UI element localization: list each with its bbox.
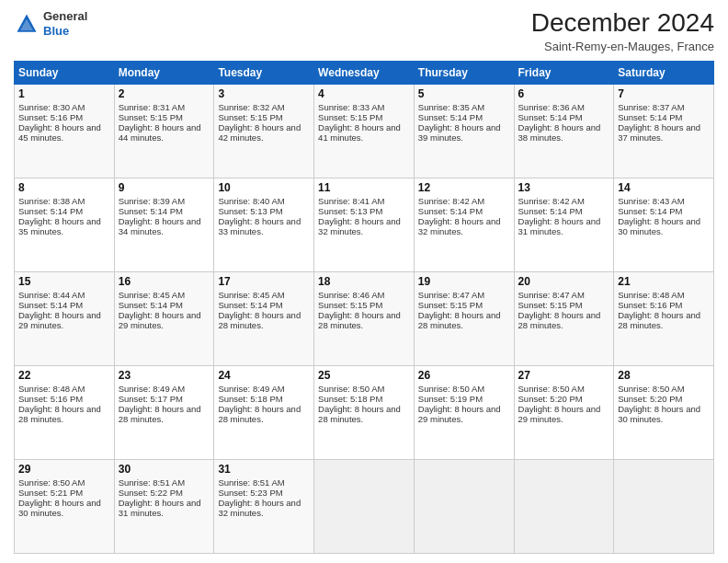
calendar-cell: 2 Sunrise: 8:31 AM Sunset: 5:15 PM Dayli… <box>114 84 214 178</box>
sunrise: Sunrise: 8:41 AM <box>318 196 384 206</box>
sunset: Sunset: 5:18 PM <box>218 394 282 404</box>
calendar-cell: 26 Sunrise: 8:50 AM Sunset: 5:19 PM Dayl… <box>414 365 514 459</box>
sunset: Sunset: 5:14 PM <box>518 112 583 122</box>
sunset: Sunset: 5:13 PM <box>318 206 382 216</box>
day-number: 8 <box>18 181 110 194</box>
sunrise: Sunrise: 8:50 AM <box>418 384 484 394</box>
calendar-cell: 15 Sunrise: 8:44 AM Sunset: 5:14 PM Dayl… <box>15 271 115 365</box>
daylight: Daylight: 8 hours and 28 minutes. <box>418 310 501 330</box>
sunrise: Sunrise: 8:33 AM <box>318 102 384 112</box>
calendar-cell: 31 Sunrise: 8:51 AM Sunset: 5:23 PM Dayl… <box>214 459 314 553</box>
daylight: Daylight: 8 hours and 28 minutes. <box>618 310 700 330</box>
sunset: Sunset: 5:15 PM <box>119 112 183 122</box>
header-monday: Monday <box>114 61 214 84</box>
calendar-cell: 12 Sunrise: 8:42 AM Sunset: 5:14 PM Dayl… <box>414 178 514 271</box>
calendar-week-row: 1 Sunrise: 8:30 AM Sunset: 5:16 PM Dayli… <box>15 84 714 178</box>
sunset: Sunset: 5:14 PM <box>518 206 583 216</box>
sunrise: Sunrise: 8:40 AM <box>218 196 284 206</box>
logo-text: General Blue <box>43 9 87 38</box>
calendar-cell: 17 Sunrise: 8:45 AM Sunset: 5:14 PM Dayl… <box>214 271 314 365</box>
calendar-cell: 4 Sunrise: 8:33 AM Sunset: 5:15 PM Dayli… <box>314 84 415 178</box>
sunset: Sunset: 5:22 PM <box>119 488 183 498</box>
sunset: Sunset: 5:17 PM <box>119 394 183 404</box>
logo-general-text: General <box>43 9 87 23</box>
sunset: Sunset: 5:21 PM <box>18 488 83 498</box>
calendar-cell: 27 Sunrise: 8:50 AM Sunset: 5:20 PM Dayl… <box>514 365 614 459</box>
day-header-row: Sunday Monday Tuesday Wednesday Thursday… <box>15 61 714 84</box>
daylight: Daylight: 8 hours and 29 minutes. <box>119 310 201 330</box>
sunrise: Sunrise: 8:47 AM <box>418 290 484 300</box>
sunrise: Sunrise: 8:42 AM <box>418 196 484 206</box>
logo: General Blue <box>14 9 87 38</box>
day-number: 22 <box>18 369 110 382</box>
sunrise: Sunrise: 8:38 AM <box>18 196 85 206</box>
calendar-cell: 16 Sunrise: 8:45 AM Sunset: 5:14 PM Dayl… <box>114 271 214 365</box>
sunset: Sunset: 5:14 PM <box>119 300 183 310</box>
day-number: 25 <box>318 369 410 382</box>
calendar-cell: 11 Sunrise: 8:41 AM Sunset: 5:13 PM Dayl… <box>314 178 415 271</box>
sunrise: Sunrise: 8:43 AM <box>618 196 684 206</box>
day-number: 24 <box>218 369 310 382</box>
sunset: Sunset: 5:14 PM <box>618 206 682 216</box>
daylight: Daylight: 8 hours and 32 minutes. <box>318 216 401 236</box>
daylight: Daylight: 8 hours and 31 minutes. <box>518 216 601 236</box>
calendar-week-row: 22 Sunrise: 8:48 AM Sunset: 5:16 PM Dayl… <box>15 365 714 459</box>
header-sunday: Sunday <box>15 61 115 84</box>
daylight: Daylight: 8 hours and 28 minutes. <box>18 404 101 424</box>
daylight: Daylight: 8 hours and 30 minutes. <box>618 404 700 424</box>
day-number: 18 <box>318 275 410 288</box>
sunset: Sunset: 5:15 PM <box>318 300 382 310</box>
sunrise: Sunrise: 8:45 AM <box>119 290 185 300</box>
header: General Blue December 2024 Saint-Remy-en… <box>14 9 714 53</box>
header-saturday: Saturday <box>614 61 714 84</box>
daylight: Daylight: 8 hours and 33 minutes. <box>218 216 301 236</box>
daylight: Daylight: 8 hours and 41 minutes. <box>318 122 401 143</box>
sunrise: Sunrise: 8:42 AM <box>518 196 585 206</box>
sunrise: Sunrise: 8:46 AM <box>318 290 384 300</box>
sunset: Sunset: 5:14 PM <box>418 112 483 122</box>
calendar-week-row: 29 Sunrise: 8:50 AM Sunset: 5:21 PM Dayl… <box>15 459 714 553</box>
sunset: Sunset: 5:14 PM <box>418 206 483 216</box>
calendar-cell: 6 Sunrise: 8:36 AM Sunset: 5:14 PM Dayli… <box>514 84 614 178</box>
sunset: Sunset: 5:23 PM <box>218 488 282 498</box>
daylight: Daylight: 8 hours and 28 minutes. <box>318 310 401 330</box>
calendar-cell <box>614 459 714 553</box>
daylight: Daylight: 8 hours and 32 minutes. <box>418 216 501 236</box>
sunrise: Sunrise: 8:44 AM <box>18 290 85 300</box>
sunrise: Sunrise: 8:49 AM <box>119 384 185 394</box>
sunrise: Sunrise: 8:47 AM <box>518 290 585 300</box>
sunset: Sunset: 5:14 PM <box>18 206 83 216</box>
sunset: Sunset: 5:14 PM <box>618 112 682 122</box>
daylight: Daylight: 8 hours and 28 minutes. <box>218 404 301 424</box>
daylight: Daylight: 8 hours and 28 minutes. <box>518 310 601 330</box>
calendar-cell: 24 Sunrise: 8:49 AM Sunset: 5:18 PM Dayl… <box>214 365 314 459</box>
logo-blue-text: Blue <box>43 24 69 38</box>
calendar-cell: 9 Sunrise: 8:39 AM Sunset: 5:14 PM Dayli… <box>114 178 214 271</box>
sunrise: Sunrise: 8:49 AM <box>218 384 284 394</box>
header-friday: Friday <box>514 61 614 84</box>
day-number: 17 <box>218 275 310 288</box>
sunset: Sunset: 5:15 PM <box>518 300 583 310</box>
day-number: 11 <box>318 181 410 194</box>
sunrise: Sunrise: 8:35 AM <box>418 102 484 112</box>
sunrise: Sunrise: 8:51 AM <box>119 477 185 488</box>
day-number: 15 <box>18 275 110 288</box>
sunrise: Sunrise: 8:50 AM <box>18 477 85 488</box>
day-number: 27 <box>518 369 610 382</box>
calendar-cell: 3 Sunrise: 8:32 AM Sunset: 5:15 PM Dayli… <box>214 84 314 178</box>
calendar-cell: 19 Sunrise: 8:47 AM Sunset: 5:15 PM Dayl… <box>414 271 514 365</box>
day-number: 6 <box>518 87 610 100</box>
sunrise: Sunrise: 8:36 AM <box>518 102 585 112</box>
page: General Blue December 2024 Saint-Remy-en… <box>0 0 728 563</box>
sunset: Sunset: 5:14 PM <box>218 300 282 310</box>
day-number: 31 <box>218 463 310 476</box>
sunrise: Sunrise: 8:37 AM <box>618 102 684 112</box>
calendar-cell: 18 Sunrise: 8:46 AM Sunset: 5:15 PM Dayl… <box>314 271 415 365</box>
day-number: 9 <box>119 181 210 194</box>
sunrise: Sunrise: 8:51 AM <box>218 477 284 488</box>
calendar-header: Sunday Monday Tuesday Wednesday Thursday… <box>15 61 714 84</box>
sunset: Sunset: 5:20 PM <box>518 394 583 404</box>
sunrise: Sunrise: 8:50 AM <box>518 384 585 394</box>
sunset: Sunset: 5:15 PM <box>218 112 282 122</box>
daylight: Daylight: 8 hours and 45 minutes. <box>18 122 101 143</box>
